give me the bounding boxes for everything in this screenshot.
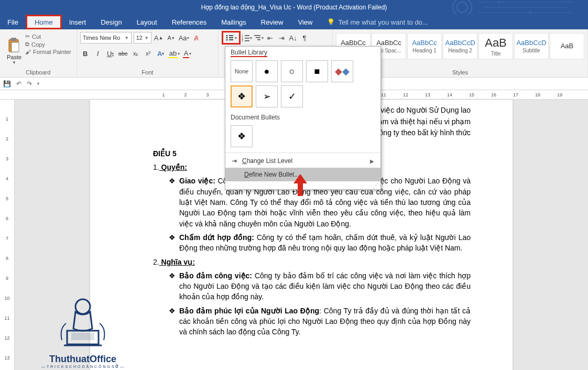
doc-bullet-4diamond[interactable]: ❖ bbox=[231, 125, 253, 147]
bullets-icon bbox=[225, 34, 234, 41]
bullet-none[interactable]: None bbox=[231, 60, 253, 82]
svg-rect-5 bbox=[11, 38, 16, 41]
italic-button[interactable]: I bbox=[93, 48, 103, 59]
svg-rect-16 bbox=[245, 38, 249, 39]
svg-point-3 bbox=[529, 12, 531, 14]
tab-file[interactable]: File bbox=[0, 15, 26, 29]
save-icon[interactable]: 💾 bbox=[3, 80, 11, 88]
paste-button[interactable]: Paste ▼ bbox=[3, 31, 25, 69]
change-case-button[interactable]: Aa▾ bbox=[179, 32, 189, 43]
svg-rect-18 bbox=[245, 40, 249, 41]
svg-rect-6 bbox=[12, 42, 19, 52]
font-size-value: 12 bbox=[136, 35, 143, 41]
menubar: File Home Insert Design Layout Reference… bbox=[0, 15, 588, 29]
watermark-text: ThuthuatOffice bbox=[30, 354, 135, 365]
multilevel-button[interactable]: ▾ bbox=[253, 32, 264, 43]
undo-icon[interactable]: ↶ bbox=[16, 80, 21, 88]
watermark-subtitle: — T R I C K S C H O D Â N C Ô N G S Ở — bbox=[30, 365, 135, 369]
qat-more-icon[interactable]: ▾ bbox=[37, 81, 39, 86]
format-painter-button[interactable]: 🖌Format Painter bbox=[25, 49, 71, 55]
bulb-icon: 💡 bbox=[327, 18, 335, 26]
strikethrough-button[interactable]: abc bbox=[118, 48, 128, 59]
font-size-combo[interactable]: 12▼ bbox=[134, 32, 151, 43]
paste-icon bbox=[7, 37, 21, 53]
svg-rect-10 bbox=[229, 37, 233, 38]
tab-review[interactable]: Review bbox=[254, 15, 291, 29]
subscript-button[interactable]: x₂ bbox=[130, 48, 141, 59]
tab-view[interactable]: View bbox=[290, 15, 320, 29]
redo-icon[interactable]: ↷ bbox=[27, 80, 32, 88]
clear-formatting-button[interactable]: A̷ bbox=[191, 32, 202, 43]
cut-label: Cut bbox=[32, 34, 41, 40]
svg-text:3: 3 bbox=[242, 39, 243, 41]
chevron-down-icon: ▼ bbox=[12, 60, 16, 65]
superscript-button[interactable]: x² bbox=[143, 48, 154, 59]
bullet-disc[interactable]: ● bbox=[256, 60, 278, 82]
document-bullets-title: Document Bullets bbox=[225, 112, 380, 123]
svg-rect-24 bbox=[71, 333, 94, 340]
bullet-4diamond[interactable]: ❖ bbox=[231, 85, 253, 107]
font-color-button[interactable]: A▾ bbox=[182, 48, 192, 59]
svg-rect-12 bbox=[229, 39, 233, 40]
increase-indent-button[interactable]: ⇥ bbox=[276, 32, 287, 43]
highlight-button[interactable]: ab▾ bbox=[168, 48, 180, 59]
tab-mailings[interactable]: Mailings bbox=[214, 15, 254, 29]
titlebar-decoration bbox=[447, 0, 578, 15]
bullet-arrow[interactable]: ➢ bbox=[256, 85, 278, 107]
clipboard-label: Clipboard bbox=[3, 69, 73, 77]
copy-label: Copy bbox=[31, 41, 45, 48]
watermark-logo: ThuthuatOffice — T R I C K S C H O D Â N… bbox=[30, 292, 135, 369]
tell-me-input[interactable]: 💡 Tell me what you want to do... bbox=[320, 15, 435, 29]
numbering-button[interactable]: 123▾ bbox=[242, 32, 252, 43]
grow-font-button[interactable]: A▲ bbox=[154, 32, 164, 43]
list-item: Bảo đảm phúc lợi của Người Lao Động: Côn… bbox=[169, 306, 471, 338]
font-group: Times New Ro▼ 12▼ A▲ A▼ Aa▾ A̷ B I U▾ ab… bbox=[77, 29, 219, 78]
copy-button[interactable]: ⧉Copy bbox=[25, 41, 71, 48]
tab-insert[interactable]: Insert bbox=[62, 15, 94, 29]
red-arrow-annotation bbox=[292, 173, 308, 199]
format-painter-label: Format Painter bbox=[33, 49, 71, 55]
copy-icon: ⧉ bbox=[25, 41, 29, 48]
bullet-square[interactable]: ■ bbox=[306, 60, 328, 82]
font-name-combo[interactable]: Times New Ro▼ bbox=[80, 32, 132, 43]
svg-point-22 bbox=[75, 299, 90, 314]
tab-home[interactable]: Home bbox=[26, 15, 62, 29]
style-box[interactable]: AaBTitle bbox=[478, 33, 513, 59]
cut-button[interactable]: ✂Cut bbox=[25, 33, 71, 40]
underline-button[interactable]: U▾ bbox=[105, 48, 116, 59]
decrease-indent-button[interactable]: ⇤ bbox=[265, 32, 275, 43]
svg-point-1 bbox=[457, 2, 467, 13]
bullet-4diamond-color[interactable]: ◆◆ bbox=[331, 60, 353, 82]
clipboard-group: Paste ▼ ✂Cut ⧉Copy 🖌Format Painter Clipb… bbox=[0, 29, 77, 78]
tab-references[interactable]: References bbox=[165, 15, 214, 29]
show-marks-button[interactable]: ¶ bbox=[299, 32, 310, 43]
sort-button[interactable]: A↓ bbox=[288, 32, 298, 43]
text-effects-button[interactable]: A▾ bbox=[156, 48, 166, 59]
bold-button[interactable]: B bbox=[80, 48, 91, 59]
chevron-right-icon: ▶ bbox=[370, 158, 374, 164]
tell-me-placeholder: Tell me what you want to do... bbox=[338, 18, 428, 26]
style-box[interactable]: AaBbCcDSubtitle bbox=[514, 33, 549, 59]
doc-section-nghiavu: 2. Nghĩa vụ: bbox=[153, 257, 471, 267]
svg-rect-19 bbox=[254, 35, 260, 36]
list-item: Chấm dứt hợp đồng: Công ty có thể tạm ho… bbox=[169, 232, 471, 254]
style-box[interactable]: AaBbCcDHeading 2 bbox=[443, 33, 477, 59]
define-new-bullet-label: efine New Bullet... bbox=[249, 171, 300, 178]
style-box[interactable]: AaBbCcHeading 1 bbox=[407, 33, 442, 59]
bullets-button[interactable]: ▾ bbox=[222, 31, 241, 45]
svg-point-9 bbox=[226, 37, 228, 39]
tab-design[interactable]: Design bbox=[93, 15, 129, 29]
vertical-ruler[interactable]: 12345678910111213 bbox=[0, 100, 15, 370]
bullet-circle[interactable]: ○ bbox=[281, 60, 303, 82]
paste-label: Paste bbox=[7, 54, 21, 60]
shrink-font-button[interactable]: A▼ bbox=[166, 32, 177, 43]
bullet-check[interactable]: ✓ bbox=[281, 85, 303, 107]
tab-layout[interactable]: Layout bbox=[129, 15, 165, 29]
svg-rect-14 bbox=[245, 35, 249, 36]
style-box[interactable]: AaB bbox=[550, 33, 584, 59]
svg-rect-21 bbox=[257, 39, 260, 40]
change-list-level-menu[interactable]: ⇥ Change List Level ▶ bbox=[225, 154, 380, 168]
font-label: Font bbox=[80, 69, 215, 77]
bullet-library-title: Bullet Library bbox=[231, 49, 267, 57]
indent-icon: ⇥ bbox=[232, 157, 237, 165]
